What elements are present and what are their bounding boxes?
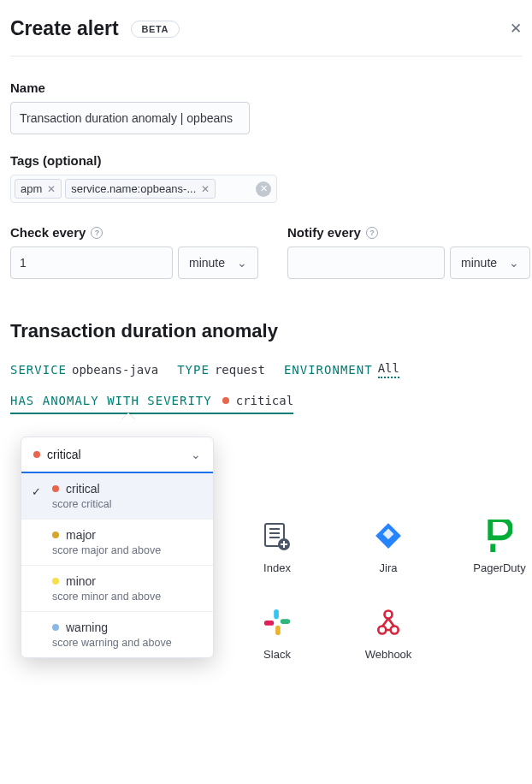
expr-keyword: TYPE bbox=[177, 363, 210, 377]
notify-every-label: Notify every ? bbox=[287, 225, 530, 240]
severity-option-major[interactable]: major score major and above bbox=[21, 519, 213, 565]
expression-title: Transaction duration anomaly bbox=[10, 320, 522, 342]
notify-every-unit: minute bbox=[461, 256, 497, 270]
severity-dot-icon bbox=[52, 485, 59, 492]
check-every-group: Check every ? minute ⌄ bbox=[10, 225, 258, 279]
expression-row: SERVICE opbeans-java TYPE request ENVIRO… bbox=[10, 361, 522, 378]
notify-every-text: Notify every bbox=[287, 225, 361, 240]
severity-option-minor[interactable]: minor score minor and above bbox=[21, 565, 213, 611]
jira-icon bbox=[371, 519, 405, 553]
beta-badge: BETA bbox=[131, 21, 180, 38]
severity-dropdown: critical ⌄ ✓ critical score critical maj… bbox=[21, 437, 214, 658]
notify-every-unit-select[interactable]: minute ⌄ bbox=[450, 246, 530, 279]
option-label: major bbox=[66, 528, 96, 542]
severity-options-list: ✓ critical score critical major score ma… bbox=[21, 473, 213, 657]
severity-option-critical[interactable]: ✓ critical score critical bbox=[21, 473, 213, 519]
expr-keyword: SERVICE bbox=[10, 363, 67, 377]
action-slack[interactable]: Slack bbox=[236, 605, 318, 661]
tag-remove-icon[interactable]: ✕ bbox=[47, 183, 56, 195]
notify-every-value[interactable] bbox=[287, 246, 445, 279]
expr-severity[interactable]: HAS ANOMALY WITH SEVERITY critical bbox=[10, 394, 293, 414]
svg-rect-11 bbox=[264, 621, 274, 626]
action-jira[interactable]: Jira bbox=[347, 519, 429, 574]
check-every-label: Check every ? bbox=[10, 225, 258, 240]
severity-dot-icon bbox=[222, 397, 229, 404]
svg-rect-10 bbox=[275, 626, 281, 635]
tag-text: apm bbox=[21, 182, 42, 195]
close-button[interactable]: ✕ bbox=[510, 20, 522, 38]
tag-chip[interactable]: service.name:opbeans-... ✕ bbox=[65, 179, 216, 199]
chevron-down-icon: ⌄ bbox=[237, 256, 247, 270]
webhook-icon bbox=[371, 605, 405, 639]
check-icon: ✓ bbox=[32, 485, 41, 498]
expr-value: critical bbox=[236, 394, 293, 407]
tags-label: Tags (optional) bbox=[10, 153, 522, 168]
page-title: Create alert bbox=[10, 17, 119, 40]
action-tiles-row1: Index Jira PagerDuty bbox=[236, 437, 522, 574]
tag-text: service.name:opbeans-... bbox=[71, 182, 196, 195]
severity-dropdown-wrap: critical ⌄ ✓ critical score critical maj… bbox=[10, 437, 522, 661]
expr-keyword: HAS ANOMALY WITH SEVERITY bbox=[10, 394, 212, 407]
action-label: Slack bbox=[263, 648, 291, 661]
action-index[interactable]: Index bbox=[236, 519, 318, 574]
expr-value: All bbox=[378, 361, 399, 378]
clear-tags-button[interactable]: ✕ bbox=[256, 181, 271, 197]
action-webhook[interactable]: Webhook bbox=[347, 605, 429, 661]
svg-point-13 bbox=[391, 627, 399, 634]
option-desc: score minor and above bbox=[52, 591, 201, 603]
help-icon[interactable]: ? bbox=[366, 227, 378, 239]
popover-arrow-icon bbox=[121, 413, 135, 420]
name-label-text: Name bbox=[10, 80, 45, 95]
svg-rect-9 bbox=[281, 619, 290, 624]
tag-chip[interactable]: apm ✕ bbox=[15, 179, 62, 199]
expr-service[interactable]: SERVICE opbeans-java bbox=[10, 361, 158, 378]
chevron-down-icon: ⌄ bbox=[509, 256, 519, 270]
index-icon bbox=[260, 519, 294, 553]
tags-section: Tags (optional) apm ✕ service.name:opbea… bbox=[10, 134, 522, 203]
svg-rect-8 bbox=[274, 609, 279, 619]
option-desc: score major and above bbox=[52, 544, 201, 556]
action-label: Jira bbox=[380, 561, 398, 574]
flyout-header: Create alert BETA ✕ bbox=[10, 10, 522, 56]
option-label: minor bbox=[66, 574, 96, 588]
option-desc: score warning and above bbox=[52, 637, 201, 649]
tags-input[interactable]: apm ✕ service.name:opbeans-... ✕ ✕ bbox=[10, 175, 277, 203]
pagerduty-icon bbox=[482, 519, 517, 553]
notify-every-group: Notify every ? minute ⌄ bbox=[287, 225, 530, 279]
severity-dot-icon bbox=[52, 624, 59, 631]
slack-icon bbox=[260, 605, 294, 639]
severity-dot-icon bbox=[52, 578, 59, 585]
tags-label-text: Tags (optional) bbox=[10, 153, 101, 168]
severity-dot-icon bbox=[33, 451, 40, 458]
option-desc: score critical bbox=[52, 498, 201, 510]
expr-type[interactable]: TYPE request bbox=[177, 361, 265, 378]
check-every-unit-select[interactable]: minute ⌄ bbox=[178, 246, 258, 279]
help-icon[interactable]: ? bbox=[91, 227, 103, 239]
name-section: Name bbox=[10, 56, 522, 134]
svg-rect-7 bbox=[490, 544, 495, 553]
expr-value: opbeans-java bbox=[72, 363, 158, 377]
expr-value: request bbox=[215, 363, 265, 377]
severity-dropdown-toggle[interactable]: critical ⌄ bbox=[21, 437, 213, 473]
action-label: Webhook bbox=[365, 648, 412, 661]
severity-selected: critical bbox=[47, 448, 81, 461]
option-label: warning bbox=[66, 621, 108, 634]
expr-environment[interactable]: ENVIRONMENT All bbox=[284, 361, 399, 378]
name-input[interactable] bbox=[10, 102, 250, 134]
header-left: Create alert BETA bbox=[10, 17, 180, 40]
svg-point-12 bbox=[378, 627, 386, 634]
check-every-value[interactable] bbox=[10, 246, 173, 279]
expr-keyword: ENVIRONMENT bbox=[284, 363, 373, 377]
option-label: critical bbox=[66, 482, 100, 496]
check-every-unit: minute bbox=[189, 256, 225, 270]
severity-option-warning[interactable]: warning score warning and above bbox=[21, 611, 213, 657]
action-tiles-row2: Slack Webhook bbox=[236, 585, 522, 661]
action-label: Index bbox=[263, 561, 291, 574]
action-pagerduty[interactable]: PagerDuty bbox=[458, 519, 532, 574]
name-label: Name bbox=[10, 80, 522, 95]
action-label: PagerDuty bbox=[473, 561, 525, 574]
tag-remove-icon[interactable]: ✕ bbox=[201, 183, 210, 195]
check-every-text: Check every bbox=[10, 225, 86, 240]
interval-row: Check every ? minute ⌄ Notify every ? mi… bbox=[10, 225, 522, 279]
severity-dot-icon bbox=[52, 532, 59, 538]
